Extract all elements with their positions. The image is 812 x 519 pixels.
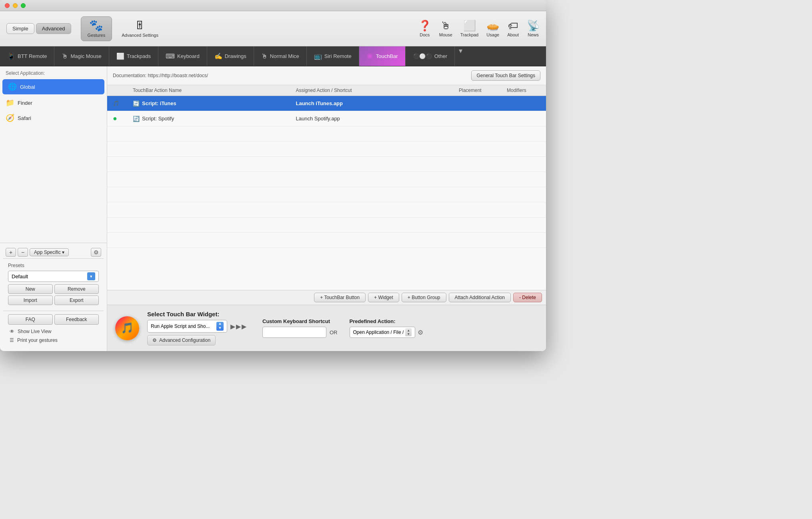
row-assigned-action: Launch Spotify.app	[296, 116, 340, 122]
widget-dropdown-row: Run Apple Script and Sho... ▲ ▼ ▶ ▶ ▶	[147, 320, 246, 333]
about-toolbar-item[interactable]: 🏷 About	[507, 20, 519, 37]
attach-action-button[interactable]: Attach Additional Action	[449, 293, 511, 302]
table-row-empty[interactable]	[107, 142, 546, 157]
btt-remote-icon: 📱	[7, 52, 15, 60]
mouse-toolbar-item[interactable]: 🖱 Mouse	[439, 20, 452, 37]
eye-icon: 👁	[10, 329, 14, 334]
predefined-gear-icon[interactable]: ⚙	[418, 329, 423, 336]
sidebar: Select Application: 🌐 Global 📁 Finder 🧭 …	[0, 66, 107, 351]
table-row-empty[interactable]	[107, 157, 546, 172]
presets-value: Default	[12, 273, 87, 279]
widget-dropdown[interactable]: Run Apple Script and Sho... ▲ ▼	[147, 320, 227, 333]
preset-new-button[interactable]: New	[8, 284, 53, 294]
remove-app-button[interactable]: −	[18, 248, 28, 257]
docs-toolbar-item[interactable]: ❓ Docs	[418, 20, 431, 37]
trackpad-toolbar-item[interactable]: ⬜ Trackpad	[460, 20, 478, 37]
table-row-empty[interactable]	[107, 218, 546, 233]
docs-label: Docs	[420, 32, 430, 37]
tab-other[interactable]: ⚫⚪⚫ Other	[406, 46, 455, 66]
sliders-icon: 🎚	[134, 20, 146, 31]
tab-touchbar[interactable]: TouchBar	[359, 46, 406, 66]
sidebar-gear-button[interactable]: ⚙	[91, 248, 101, 257]
col-assigned-action: Assigned Action / Shortcut	[293, 85, 456, 96]
predefined-dropdown[interactable]: Open Application / File / ▲ ▼	[350, 327, 416, 338]
faq-button[interactable]: FAQ	[8, 314, 53, 325]
play-controls[interactable]: ▶ ▶ ▶	[230, 323, 246, 330]
table-row-empty[interactable]	[107, 187, 546, 202]
print-gestures-row[interactable]: ☰ Print your gestures	[8, 336, 99, 345]
tab-normal-mice[interactable]: 🖱 Normal Mice	[254, 46, 307, 66]
table-row-empty[interactable]	[107, 202, 546, 218]
advanced-button[interactable]: Advanced	[36, 23, 71, 34]
advanced-settings-toolbar-item[interactable]: 🎚 Advanced Settings	[115, 17, 165, 41]
table-row[interactable]: 🎵 🔄 Script: iTunes Launch iTunes.app	[107, 96, 546, 111]
sidebar-item-safari-label: Safari	[18, 115, 31, 121]
table-row-empty[interactable]	[107, 233, 546, 248]
faq-section: FAQ Feedback 👁 Show Live View ☰ Print yo…	[3, 311, 104, 348]
advanced-config-button[interactable]: ⚙ Advanced Configuration	[147, 335, 216, 345]
tab-touchbar-label: TouchBar	[376, 53, 398, 59]
shortcut-input[interactable]	[262, 327, 326, 338]
content-header: Documentation: https://http://boastr.net…	[107, 66, 546, 85]
tab-keyboard[interactable]: ⌨ Keyboard	[158, 46, 207, 66]
predefined-section: Predefined Action: Open Application / Fi…	[350, 318, 424, 338]
sidebar-item-safari[interactable]: 🧭 Safari	[0, 110, 107, 126]
add-app-button[interactable]: +	[6, 248, 16, 257]
widget-dropdown-value: Run Apple Script and Sho...	[151, 323, 215, 329]
usage-toolbar-item[interactable]: 🥧 Usage	[486, 20, 499, 37]
row-placement-cell	[456, 116, 504, 121]
table-row-empty[interactable]	[107, 172, 546, 187]
sidebar-item-global[interactable]: 🌐 Global	[2, 79, 104, 94]
widget-dropdown-arrows: ▲ ▼	[216, 322, 224, 331]
content-area: Documentation: https://http://boastr.net…	[107, 66, 546, 351]
tab-siri-remote-label: Siri Remote	[324, 53, 352, 59]
tab-siri-remote[interactable]: 📺 Siri Remote	[307, 46, 359, 66]
preset-export-button[interactable]: Export	[54, 295, 99, 305]
show-live-view-row[interactable]: 👁 Show Live View	[8, 327, 99, 336]
table-body: 🎵 🔄 Script: iTunes Launch iTunes.app	[107, 96, 546, 290]
paw-icon: 🐾	[89, 20, 103, 31]
tab-trackpads[interactable]: ⬜ Trackpads	[109, 46, 158, 66]
close-button[interactable]	[5, 3, 10, 8]
simple-button[interactable]: Simple	[6, 23, 34, 34]
add-button-group-button[interactable]: + Button Group	[402, 293, 446, 302]
trackpads-icon: ⬜	[116, 52, 124, 60]
finder-icon: 📁	[6, 98, 14, 107]
tab-dropdown-arrow[interactable]: ▾	[455, 46, 466, 66]
sidebar-item-finder[interactable]: 📁 Finder	[0, 95, 107, 110]
about-label: About	[507, 32, 519, 37]
table-row-empty[interactable]	[107, 126, 546, 142]
touchbar-icon	[366, 53, 374, 60]
spotify-app-icon: ●	[113, 114, 117, 123]
row-action-name: Script: iTunes	[142, 100, 176, 106]
add-widget-button[interactable]: + Widget	[368, 293, 399, 302]
widget-select-section: Select Touch Bar Widget: Run Apple Scrip…	[147, 311, 246, 345]
predefined-value: Open Application / File /	[353, 329, 404, 335]
predefined-row: Open Application / File / ▲ ▼ ⚙	[350, 327, 424, 338]
feedback-button[interactable]: Feedback	[54, 314, 99, 325]
preset-remove-button[interactable]: Remove	[54, 284, 99, 294]
play-icon-1: ▶	[230, 323, 235, 330]
news-toolbar-item[interactable]: 📡 News	[527, 20, 540, 37]
app-specific-button[interactable]: App Specific ▾	[30, 248, 69, 256]
show-live-view-label: Show Live View	[18, 329, 52, 334]
predefined-label: Predefined Action:	[350, 318, 424, 324]
gestures-toolbar-item[interactable]: 🐾 Gestures	[81, 16, 112, 41]
delete-button[interactable]: - Delete	[513, 293, 542, 302]
tab-drawings[interactable]: ✍ Drawings	[207, 46, 254, 66]
minimize-button[interactable]	[13, 3, 18, 8]
general-settings-button[interactable]: General Touch Bar Settings	[471, 70, 540, 81]
row-modifiers-cell	[504, 101, 544, 106]
table-row[interactable]: ● 🔄 Script: Spotify Launch Spotify.app	[107, 111, 546, 126]
presets-dropdown[interactable]: Default ▾	[8, 271, 99, 282]
tab-btt-remote[interactable]: 📱 BTT Remote	[0, 46, 54, 66]
maximize-button[interactable]	[21, 3, 26, 8]
preset-import-button[interactable]: Import	[8, 295, 53, 305]
add-touchbar-button-button[interactable]: + TouchBar Button	[314, 293, 366, 302]
tab-normal-mice-label: Normal Mice	[270, 53, 299, 59]
signal-icon: 📡	[527, 20, 540, 31]
tab-magic-mouse[interactable]: 🖱 Magic Mouse	[54, 46, 109, 66]
drawings-icon: ✍	[214, 52, 222, 60]
nav-tabs: 📱 BTT Remote 🖱 Magic Mouse ⬜ Trackpads ⌨…	[0, 46, 546, 66]
siri-remote-icon: 📺	[314, 52, 322, 60]
